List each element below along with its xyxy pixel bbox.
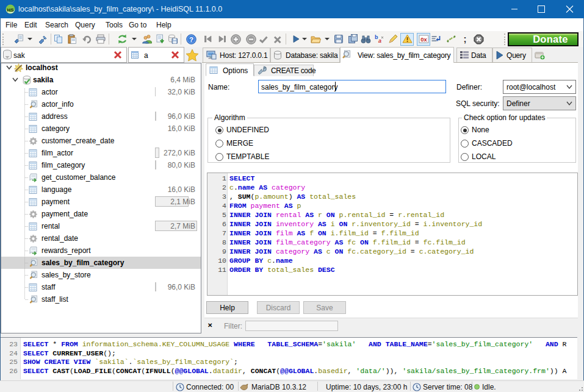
svg-text:a: a [378, 38, 381, 44]
svg-text:0x: 0x [420, 36, 427, 43]
svg-text:?: ? [189, 36, 193, 43]
svg-text:HS: HS [7, 7, 14, 13]
svg-text:;: ; [464, 34, 467, 44]
